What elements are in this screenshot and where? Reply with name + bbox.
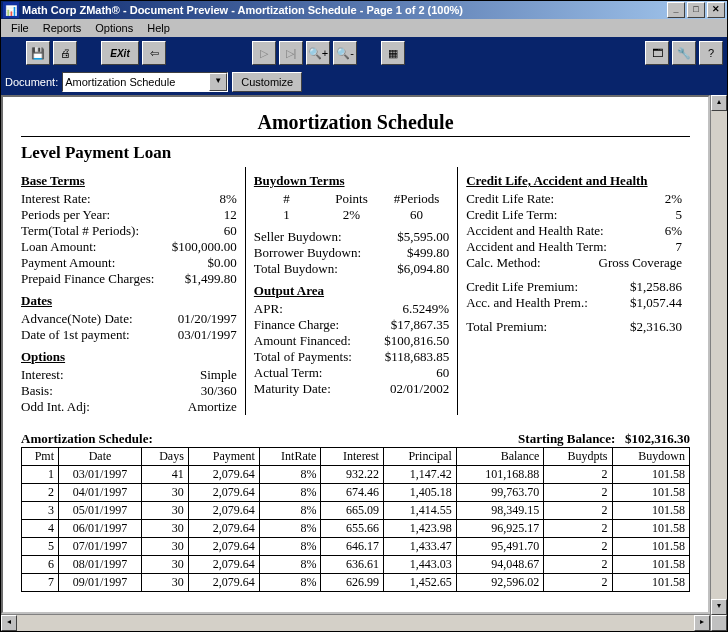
back-button[interactable]: ⇦ (142, 41, 166, 65)
table-cell: 03/01/1997 (59, 466, 142, 484)
table-header: Buydpts (544, 448, 612, 466)
value: 60 (436, 365, 449, 381)
table-row: 709/01/1997302,079.648%626.991,452.6592,… (22, 574, 690, 592)
help-icon: ? (708, 47, 714, 59)
menu-help[interactable]: Help (141, 21, 176, 35)
document-preview: Amortization Schedule Level Payment Loan… (1, 95, 710, 614)
table-cell: 636.61 (321, 556, 384, 574)
app-window: Math Corp ZMath® - Document Preview - Am… (0, 0, 728, 632)
credit-total-row: Total Premium:$2,316.30 (466, 319, 682, 335)
scroll-left-icon[interactable]: ◂ (1, 615, 17, 631)
end-button[interactable]: ▷| (279, 41, 303, 65)
vertical-scrollbar[interactable]: ▴ ▾ (710, 95, 727, 631)
table-cell: 07/01/1997 (59, 538, 142, 556)
save-icon: 💾 (31, 47, 45, 60)
table-cell: 94,048.67 (456, 556, 544, 574)
output-row: APR:6.5249% (254, 301, 449, 317)
play-icon: ▷ (260, 47, 268, 60)
horizontal-scrollbar[interactable]: ◂ ▸ (1, 614, 710, 631)
scroll-corner (711, 615, 727, 631)
maximize-button[interactable]: □ (687, 2, 705, 18)
document-select[interactable]: Amortization Schedule ▼ (62, 72, 228, 92)
table-cell: 655.66 (321, 520, 384, 538)
label: Prepaid Finance Charges: (21, 271, 154, 287)
table-header-row: PmtDateDaysPaymentIntRateInterestPrincip… (22, 448, 690, 466)
table-cell: 626.99 (321, 574, 384, 592)
toolbar: 💾 🖨 EXit ⇦ ▷ ▷| 🔍+ 🔍- ▦ 🗔 🔧 ? (1, 37, 727, 69)
label: Maturity Date: (254, 381, 331, 397)
document-label: Document: (5, 76, 58, 88)
value: $2,316.30 (630, 319, 682, 335)
menu-file[interactable]: File (5, 21, 35, 35)
value: $1,499.80 (185, 271, 237, 287)
label: Interest: (21, 367, 64, 383)
print-button[interactable]: 🖨 (53, 41, 77, 65)
calc-icon: ▦ (388, 47, 398, 60)
menu-options[interactable]: Options (89, 21, 139, 35)
play-button[interactable]: ▷ (252, 41, 276, 65)
scroll-right-icon[interactable]: ▸ (694, 615, 710, 631)
menubar: File Reports Options Help (1, 19, 727, 37)
value: $118,683.85 (385, 349, 450, 365)
value: Gross Coverage (599, 255, 682, 271)
menu-reports[interactable]: Reports (37, 21, 88, 35)
option-row: Interest:Simple (21, 367, 237, 383)
table-cell: 1,405.18 (383, 484, 456, 502)
label: Amount Financed: (254, 333, 351, 349)
label: Periods per Year: (21, 207, 110, 223)
table-header: Balance (456, 448, 544, 466)
customize-button[interactable]: Customize (232, 72, 302, 92)
value: $100,000.00 (172, 239, 237, 255)
table-cell: 8% (259, 502, 321, 520)
table-cell: 2 (544, 484, 612, 502)
scroll-down-icon[interactable]: ▾ (711, 599, 727, 615)
tools-button[interactable]: 🔧 (672, 41, 696, 65)
table-cell: 2,079.64 (188, 520, 259, 538)
starting-balance: Starting Balance: $102,316.30 (518, 431, 690, 447)
table-cell: 2,079.64 (188, 502, 259, 520)
value: $17,867.35 (391, 317, 450, 333)
exit-button[interactable]: EXit (101, 41, 139, 65)
output-row: Finance Charge:$17,867.35 (254, 317, 449, 333)
label: Finance Charge: (254, 317, 339, 333)
table-header: Interest (321, 448, 384, 466)
value: 2% (665, 191, 682, 207)
zoom-out-button[interactable]: 🔍- (333, 41, 357, 65)
output-row: Actual Term:60 (254, 365, 449, 381)
table-cell: 2,079.64 (188, 484, 259, 502)
option-row: Basis:30/360 (21, 383, 237, 399)
table-row: 608/01/1997302,079.648%636.611,443.0394,… (22, 556, 690, 574)
window-title: Math Corp ZMath® - Document Preview - Am… (22, 4, 667, 16)
table-header: Days (142, 448, 189, 466)
options-heading: Options (21, 349, 237, 365)
value: 02/01/2002 (390, 381, 449, 397)
label: Accident and Health Term: (466, 239, 607, 255)
minimize-button[interactable]: _ (667, 2, 685, 18)
help-button[interactable]: ? (699, 41, 723, 65)
label: Advance(Note) Date: (21, 311, 133, 327)
app-icon (3, 2, 19, 18)
output-area-heading: Output Area (254, 283, 449, 299)
value: $1,057.44 (630, 295, 682, 311)
scroll-up-icon[interactable]: ▴ (711, 95, 727, 111)
scroll-track-v[interactable] (711, 111, 727, 599)
buydown-terms-heading: Buydown Terms (254, 173, 449, 189)
scroll-track[interactable] (17, 615, 694, 631)
label: Borrower Buydown: (254, 245, 361, 261)
zoom-in-button[interactable]: 🔍+ (306, 41, 330, 65)
back-icon: ⇦ (150, 47, 159, 60)
print-icon: 🖨 (60, 47, 71, 59)
document-select-value: Amortization Schedule (65, 76, 175, 88)
calc-button[interactable]: ▦ (381, 41, 405, 65)
save-button[interactable]: 💾 (26, 41, 50, 65)
properties-button[interactable]: 🗔 (645, 41, 669, 65)
table-cell: 2,079.64 (188, 556, 259, 574)
table-cell: 932.22 (321, 466, 384, 484)
close-button[interactable]: ✕ (707, 2, 725, 18)
buydown-row: Seller Buydown:$5,595.00 (254, 229, 449, 245)
value: 01/20/1997 (178, 311, 237, 327)
date-row: Date of 1st payment:03/01/1997 (21, 327, 237, 343)
output-row: Maturity Date:02/01/2002 (254, 381, 449, 397)
table-cell: 8% (259, 520, 321, 538)
label: Basis: (21, 383, 53, 399)
